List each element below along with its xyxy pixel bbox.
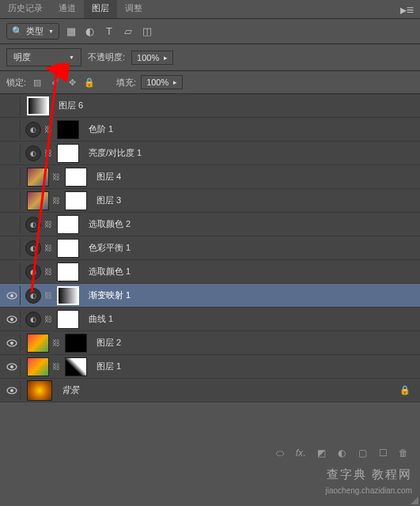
layer-name[interactable]: 曲线 1 [89,313,113,325]
filter-type-icon[interactable]: T [102,25,116,39]
layer-name[interactable]: 亮度/对比度 1 [89,147,142,159]
link-icon: ⛓ [44,125,54,134]
mask-thumbnail[interactable] [57,262,79,281]
layer-name[interactable]: 色彩平衡 1 [89,242,131,254]
filter-smart-icon[interactable]: ◫ [140,25,154,39]
delete-layer-icon[interactable]: 🗑 [396,446,411,460]
mask-thumbnail[interactable] [57,286,79,305]
filter-adjustment-icon[interactable]: ◐ [83,25,97,39]
adjustment-icon: ◐ [25,145,41,161]
visibility-toggle[interactable] [3,191,21,210]
mask-thumbnail[interactable] [65,357,87,376]
visibility-toggle[interactable] [3,215,21,234]
visibility-toggle[interactable] [3,310,21,329]
layer-thumbnail[interactable] [27,334,49,353]
link-icon: ⛓ [52,362,62,371]
link-icon: ⛓ [44,220,54,228]
mask-thumbnail[interactable] [57,144,79,163]
filter-shape-icon[interactable]: ▱ [121,25,135,39]
layer-filter-toolbar: 🔍 类型 ▦ ◐ T ▱ ◫ [0,19,420,44]
filter-pixel-icon[interactable]: ▦ [64,25,78,39]
resize-corner[interactable] [411,497,418,504]
layer-thumbnail[interactable] [27,168,49,187]
new-adjustment-icon[interactable]: ◐ [335,446,349,460]
lock-position-icon[interactable]: ✥ [66,76,78,89]
layer-name[interactable]: 背景 [62,384,79,396]
opacity-value: 100% [137,53,159,62]
opacity-input[interactable]: 100% [131,51,173,65]
blend-mode-value: 明度 [13,51,31,63]
lock-all-icon[interactable]: 🔒 [83,76,96,89]
adjustment-icon: ◐ [25,312,41,327]
layer-row[interactable]: 背景🔒 [0,379,420,402]
visibility-toggle[interactable] [3,120,21,139]
layer-name[interactable]: 色阶 1 [89,123,113,135]
layer-row[interactable]: ◐⛓渐变映射 1 [0,284,420,308]
new-group-icon[interactable]: ▢ [355,446,369,460]
layer-name[interactable]: 选取颜色 1 [89,266,131,278]
filter-type-dropdown[interactable]: 🔍 类型 [6,23,59,40]
lock-transparency-icon[interactable]: ▨ [31,76,44,89]
eye-icon [6,292,17,300]
lock-label: 锁定: [6,77,26,89]
layer-row[interactable]: ⛓图层 1 [0,355,420,379]
visibility-toggle[interactable] [3,262,21,281]
layer-thumbnail[interactable] [27,96,49,115]
visibility-toggle[interactable] [3,381,21,400]
adjustment-icon: ◐ [25,122,41,138]
layer-row[interactable]: ⛓图层 3 [0,189,420,213]
link-icon: ⛓ [52,338,62,347]
visibility-toggle[interactable] [3,144,21,163]
mask-thumbnail[interactable] [65,334,87,353]
layer-name[interactable]: 选取颜色 2 [89,218,131,230]
layer-thumbnail[interactable] [27,191,49,210]
visibility-toggle[interactable] [3,168,21,187]
layer-name[interactable]: 渐变映射 1 [89,289,131,301]
link-layers-icon[interactable]: ⬭ [273,446,287,460]
layer-name[interactable]: 图层 4 [96,171,121,183]
layer-row[interactable]: ⛓图层 4 [0,165,420,189]
layer-row[interactable]: 图层 6 [0,94,420,118]
tab-history[interactable]: 历史记录 [0,0,51,18]
tab-adjustments[interactable]: 调整 [117,0,150,18]
mask-thumbnail[interactable] [57,239,79,258]
fill-label: 填充: [116,77,136,89]
layer-row[interactable]: ◐⛓曲线 1 [0,308,420,331]
layers-list: 图层 6◐⛓色阶 1◐⛓亮度/对比度 1⛓图层 4⛓图层 3◐⛓选取颜色 2◐⛓… [0,94,420,402]
layer-row[interactable]: ◐⛓色阶 1 [0,118,420,142]
layer-row[interactable]: ◐⛓选取颜色 2 [0,213,420,236]
panel-menu-icon[interactable]: ▸≡ [394,0,420,18]
visibility-toggle[interactable] [3,239,21,258]
layer-name[interactable]: 图层 3 [96,194,121,206]
layer-row[interactable]: ◐⛓色彩平衡 1 [0,236,420,260]
lock-brush-icon[interactable]: ✐ [48,76,61,89]
layer-thumbnail[interactable] [27,357,49,376]
fill-input[interactable]: 100% [141,75,183,89]
visibility-toggle[interactable] [3,286,21,305]
layer-name[interactable]: 图层 6 [59,100,83,111]
layer-thumbnail[interactable] [27,380,52,401]
layer-row[interactable]: ◐⛓亮度/对比度 1 [0,142,420,165]
visibility-toggle[interactable] [3,334,21,353]
add-mask-icon[interactable]: ◩ [314,446,328,460]
fx-icon[interactable]: fx. [293,446,308,460]
visibility-toggle[interactable] [3,96,21,115]
tab-channels[interactable]: 通道 [51,0,84,18]
blend-opacity-row: 明度 不透明度: 100% [0,44,420,71]
layer-row[interactable]: ⛓图层 2 [0,331,420,355]
mask-thumbnail[interactable] [65,168,87,187]
layer-name[interactable]: 图层 2 [96,337,121,349]
mask-thumbnail[interactable] [57,120,79,139]
blend-mode-dropdown[interactable]: 明度 [6,48,81,66]
mask-thumbnail[interactable] [65,191,87,210]
layer-row[interactable]: ◐⛓选取颜色 1 [0,260,420,284]
svg-point-9 [10,389,13,392]
new-layer-icon[interactable]: ☐ [376,446,390,460]
visibility-toggle[interactable] [3,357,21,376]
filter-type-label: 类型 [26,25,44,37]
mask-thumbnail[interactable] [57,310,79,329]
mask-thumbnail[interactable] [57,215,79,234]
layer-name[interactable]: 图层 1 [96,361,121,372]
tab-layers[interactable]: 图层 [84,0,117,18]
search-icon: 🔍 [12,26,23,36]
